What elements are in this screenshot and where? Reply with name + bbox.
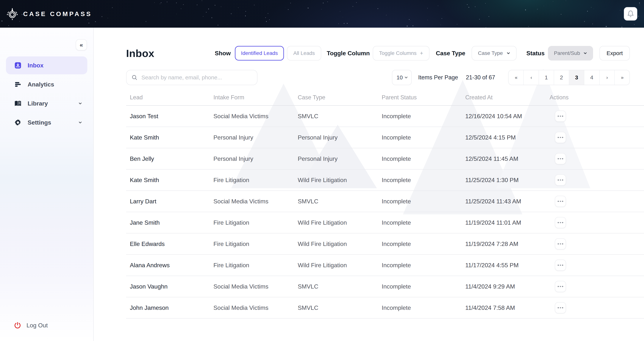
star-dot xyxy=(544,6,544,6)
cell-case-type: Wild Fire Litigation xyxy=(294,262,378,269)
cell-parent-status: Incomplete xyxy=(378,113,462,120)
star-dot xyxy=(343,17,343,17)
sidebar: « Inbox xyxy=(0,28,94,341)
star-dot xyxy=(639,3,640,3)
row-actions-button[interactable] xyxy=(555,302,566,313)
cell-case-type: Wild Fire Litigation xyxy=(294,177,378,184)
pagination-next-button[interactable]: › xyxy=(599,70,614,85)
ellipsis-icon xyxy=(562,265,563,266)
collapse-chevrons-icon: « xyxy=(80,42,83,48)
notifications-button[interactable] xyxy=(624,7,637,21)
cell-created-at: 11/4/2024 9:29 AM xyxy=(462,283,546,290)
pagination-page-2[interactable]: 2 xyxy=(554,70,569,85)
pagination-page-1[interactable]: 1 xyxy=(538,70,554,85)
star-dot xyxy=(438,6,438,6)
cell-case-type: SMVLC xyxy=(294,304,378,311)
row-actions-button[interactable] xyxy=(555,196,566,207)
ellipsis-icon xyxy=(560,158,561,159)
star-dot xyxy=(160,4,160,4)
star-dot xyxy=(622,27,622,27)
star-dot xyxy=(584,21,585,22)
sidebar-nav: Inbox Analytics xyxy=(0,56,93,133)
table-row: Jane Smith Fire Litigation Wild Fire Lit… xyxy=(126,212,644,233)
sidebar-collapse-button[interactable]: « xyxy=(76,39,87,51)
open-book-icon xyxy=(14,99,22,108)
sidebar-item-inbox[interactable]: Inbox xyxy=(6,56,87,74)
row-actions-button[interactable] xyxy=(555,111,566,122)
star-dot xyxy=(14,25,14,25)
star-dot xyxy=(344,23,344,24)
cell-intake-form: Fire Litigation xyxy=(210,219,294,226)
chevron-down-icon xyxy=(583,51,587,55)
sidebar-item-label: Library xyxy=(28,100,48,107)
cell-actions xyxy=(546,281,644,292)
star-dot xyxy=(488,16,489,17)
case-type-dropdown[interactable]: Case Type xyxy=(472,46,516,61)
cell-actions xyxy=(546,111,644,122)
sidebar-item-label: Settings xyxy=(28,119,51,126)
ellipsis-icon xyxy=(558,137,559,138)
star-dot xyxy=(218,25,218,26)
row-actions-button[interactable] xyxy=(555,174,566,186)
star-dot xyxy=(167,2,167,2)
star-dot xyxy=(231,13,232,14)
identified-leads-button[interactable]: Identified Leads xyxy=(235,46,284,61)
items-per-page-select[interactable]: 10 xyxy=(392,70,412,85)
pagination-first-button[interactable]: « xyxy=(508,70,523,85)
row-actions-button[interactable] xyxy=(555,238,566,249)
star-dot xyxy=(95,21,96,22)
toggle-columns-button[interactable]: Toggle Columns + xyxy=(373,46,430,61)
ellipsis-icon xyxy=(558,286,559,287)
table-row: Kate Smith Fire Litigation Wild Fire Lit… xyxy=(126,170,644,191)
row-actions-button[interactable] xyxy=(555,217,566,228)
cell-case-type: SMVLC xyxy=(294,283,378,290)
show-label: Show xyxy=(215,50,230,57)
star-dot xyxy=(254,5,255,6)
cell-actions xyxy=(546,260,644,271)
status-dropdown[interactable]: Parent/Sub xyxy=(548,46,593,61)
logout-button[interactable]: Log Out xyxy=(0,318,93,333)
star-dot xyxy=(159,20,159,20)
sidebar-item-analytics[interactable]: Analytics xyxy=(6,76,87,93)
star-dot xyxy=(8,25,9,26)
cell-lead: Kate Smith xyxy=(126,134,210,141)
cell-parent-status: Incomplete xyxy=(378,134,462,141)
star-dot xyxy=(591,7,591,7)
star-dot xyxy=(245,11,246,12)
cell-intake-form: Personal Injury xyxy=(210,134,294,141)
cell-lead: Kate Smith xyxy=(126,177,210,184)
star-dot xyxy=(587,11,588,12)
export-button[interactable]: Export xyxy=(600,46,630,61)
search-input[interactable] xyxy=(142,74,252,81)
pagination-prev-button[interactable]: ‹ xyxy=(523,70,538,85)
table-row: Elle Edwards Fire Litigation Wild Fire L… xyxy=(126,233,644,255)
app-root: CASE COMPASS « xyxy=(0,0,644,341)
table-header-row: Lead Intake Form Case Type Parent Status… xyxy=(126,90,644,106)
pagination-page-3-active[interactable]: 3 xyxy=(569,70,584,85)
cell-lead: Jason Vaughn xyxy=(126,283,210,290)
star-dot xyxy=(410,21,410,21)
ellipsis-icon xyxy=(558,243,559,245)
ellipsis-icon xyxy=(560,116,561,117)
ellipsis-icon xyxy=(560,201,561,202)
sidebar-item-settings[interactable]: Settings xyxy=(6,114,87,131)
cell-case-type: Personal Injury xyxy=(294,134,378,141)
row-actions-button[interactable] xyxy=(555,260,566,271)
star-dot xyxy=(208,9,209,9)
pagination-last-button[interactable]: » xyxy=(614,70,630,85)
pagination-page-4[interactable]: 4 xyxy=(584,70,599,85)
items-per-page-label: Items Per Page xyxy=(418,74,458,81)
ellipsis-icon xyxy=(560,265,561,266)
all-leads-button[interactable]: All Leads xyxy=(287,46,321,61)
star-dot xyxy=(327,2,328,2)
row-actions-button[interactable] xyxy=(555,153,566,164)
pagination-range: 21-30 of 67 xyxy=(466,74,495,81)
star-dot xyxy=(442,18,442,19)
main-content: Inbox Show Identified Leads All Leads To… xyxy=(94,28,644,341)
star-dot xyxy=(102,16,102,17)
row-actions-button[interactable] xyxy=(555,132,566,143)
star-dot xyxy=(475,6,475,7)
sidebar-item-library[interactable]: Library xyxy=(6,95,87,112)
row-actions-button[interactable] xyxy=(555,281,566,292)
top-header: CASE COMPASS xyxy=(0,0,644,28)
